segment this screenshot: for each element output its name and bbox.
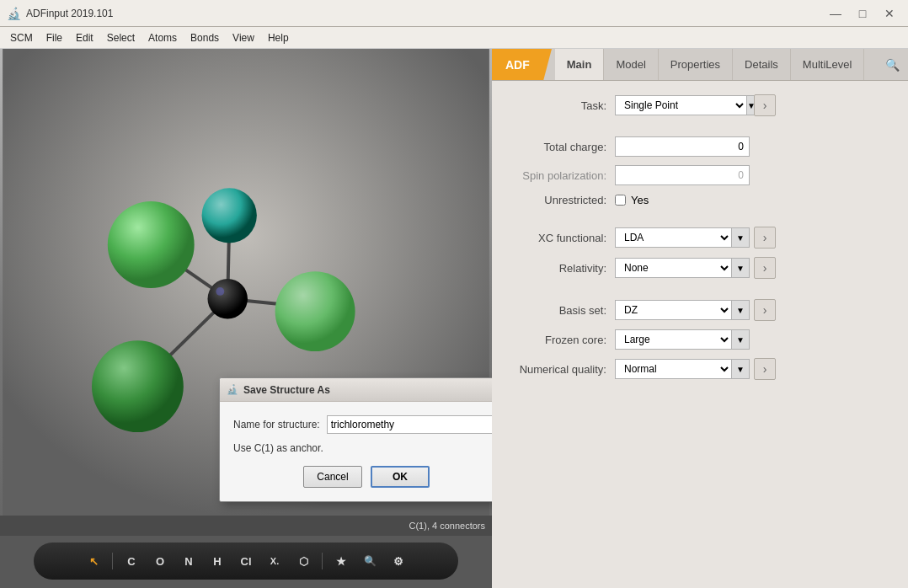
task-row: Task: Single Point Geometry Optimization… <box>505 94 895 116</box>
window-controls: — □ ✕ <box>824 3 901 24</box>
toolbar-sep-1 <box>112 553 113 569</box>
unrestricted-checkbox[interactable] <box>615 195 626 206</box>
relativity-nav-button[interactable]: › <box>754 257 776 279</box>
molecule-area[interactable]: 🔬 Save Structure As ✕ Name for structure… <box>0 49 492 516</box>
minimize-button[interactable]: — <box>824 3 847 24</box>
total-charge-row: Total charge: <box>505 136 895 157</box>
frozen-core-label: Frozen core: <box>505 334 615 346</box>
element-N-button[interactable]: N <box>177 549 200 573</box>
dialog-name-row: Name for structure: <box>233 415 492 434</box>
dialog-cancel-button[interactable]: Cancel <box>303 466 362 488</box>
app-icon: 🔬 <box>7 7 21 20</box>
tab-properties[interactable]: Properties <box>659 49 733 80</box>
basis-set-label: Basis set: <box>505 304 615 317</box>
element-X-button[interactable]: X. <box>263 549 286 573</box>
section-gap-1 <box>505 125 895 136</box>
dialog-name-input[interactable] <box>327 415 492 434</box>
ring-tool-button[interactable]: ⬡ <box>291 549 315 573</box>
spin-polarization-input[interactable] <box>615 165 750 185</box>
dialog-titlebar: 🔬 Save Structure As ✕ <box>220 378 492 402</box>
element-C-button[interactable]: C <box>120 549 143 573</box>
menu-bonds[interactable]: Bonds <box>184 29 226 46</box>
element-Cl-button[interactable]: Cl <box>234 549 258 573</box>
xc-functional-select[interactable]: LDA GGA Hybrid <box>615 227 731 248</box>
numerical-quality-nav-button[interactable]: › <box>754 358 776 380</box>
section-gap-2 <box>505 215 895 227</box>
section-gap-3 <box>505 287 895 299</box>
xc-functional-label: XC functional: <box>505 232 615 244</box>
title-bar: 🔬 ADFinput 2019.101 — □ ✕ <box>0 0 908 27</box>
total-charge-input[interactable] <box>615 136 750 157</box>
maximize-button[interactable]: □ <box>851 3 874 24</box>
tab-main[interactable]: Main <box>555 49 605 80</box>
tab-search-button[interactable]: 🔍 <box>877 49 908 80</box>
frozen-core-dropdown: None Small Large ▼ <box>615 329 750 350</box>
unrestricted-row: Unrestricted: Yes <box>505 194 895 206</box>
dialog-overlay: 🔬 Save Structure As ✕ Name for structure… <box>0 49 492 516</box>
dialog-anchor-note: Use C(1) as anchor. <box>233 442 492 454</box>
menu-select[interactable]: Select <box>100 29 142 46</box>
element-H-button[interactable]: H <box>206 549 229 573</box>
numerical-quality-row: Numerical quality: Basic Normal Good Ver… <box>505 358 895 380</box>
total-charge-label: Total charge: <box>505 141 615 153</box>
xc-functional-arrow[interactable]: ▼ <box>731 227 750 248</box>
star-tool-button[interactable]: ★ <box>329 549 353 573</box>
dialog-title: Save Structure As <box>243 384 330 396</box>
relativity-arrow[interactable]: ▼ <box>731 258 750 278</box>
toolbar-container: ↖ C O N H Cl X. ⬡ ★ 🔍 ⚙ <box>0 536 492 588</box>
close-button[interactable]: ✕ <box>878 3 901 24</box>
menu-bar: SCM File Edit Select Atoms Bonds View He… <box>0 27 908 49</box>
numerical-quality-select[interactable]: Basic Normal Good Very Good Excellent <box>615 359 731 379</box>
unrestricted-value: Yes <box>631 194 649 206</box>
toolbar-sep-2 <box>322 553 323 569</box>
spin-polarization-label: Spin polarization: <box>505 169 615 182</box>
menu-help[interactable]: Help <box>261 29 296 46</box>
menu-atoms[interactable]: Atoms <box>142 29 184 46</box>
xc-functional-dropdown: LDA GGA Hybrid ▼ <box>615 227 750 248</box>
frozen-core-select[interactable]: None Small Large <box>615 329 731 350</box>
main-layout: 🔬 Save Structure As ✕ Name for structure… <box>0 49 908 588</box>
xc-nav-button[interactable]: › <box>754 227 776 249</box>
dialog-ok-button[interactable]: OK <box>371 466 430 488</box>
basis-set-nav-button[interactable]: › <box>754 299 776 321</box>
frozen-core-row: Frozen core: None Small Large ▼ <box>505 329 895 350</box>
tab-adf[interactable]: ADF <box>492 49 543 80</box>
window-title: ADFinput 2019.101 <box>26 8 824 19</box>
frozen-core-arrow[interactable]: ▼ <box>731 329 750 350</box>
basis-set-select[interactable]: DZ DZP TZP TZ2P <box>615 300 731 320</box>
menu-edit[interactable]: Edit <box>69 29 100 46</box>
task-select[interactable]: Single Point Geometry Optimization Frequ… <box>615 95 746 115</box>
status-text: C(1), 4 connectors <box>409 521 485 531</box>
element-O-button[interactable]: O <box>148 549 172 573</box>
cursor-tool-button[interactable]: ↖ <box>82 549 105 573</box>
menu-file[interactable]: File <box>40 29 69 46</box>
tab-multilevel[interactable]: MultiLevel <box>791 49 865 80</box>
dialog-icon: 🔬 <box>227 384 238 395</box>
relativity-label: Relativity: <box>505 262 615 275</box>
tab-model[interactable]: Model <box>604 49 658 80</box>
dialog-body: Name for structure: Use C(1) as anchor. … <box>220 402 492 501</box>
search-icon: 🔍 <box>885 58 900 72</box>
numerical-quality-arrow[interactable]: ▼ <box>731 359 750 379</box>
task-nav-button[interactable]: › <box>754 94 776 116</box>
dialog-name-label: Name for structure: <box>233 419 320 430</box>
properties-area: Task: Single Point Geometry Optimization… <box>492 81 908 588</box>
settings-tool-button[interactable]: ⚙ <box>387 549 410 573</box>
right-panel: ADF Main Model Properties Details MultiL… <box>492 49 908 588</box>
basis-set-row: Basis set: DZ DZP TZP TZ2P ▼ › <box>505 299 895 321</box>
search-tool-button[interactable]: 🔍 <box>358 549 382 573</box>
tab-details[interactable]: Details <box>733 49 791 80</box>
basis-set-arrow[interactable]: ▼ <box>731 300 750 320</box>
tab-bar: ADF Main Model Properties Details MultiL… <box>492 49 908 81</box>
status-bar: C(1), 4 connectors <box>0 516 492 536</box>
save-structure-dialog: 🔬 Save Structure As ✕ Name for structure… <box>219 377 492 502</box>
menu-scm[interactable]: SCM <box>3 29 40 46</box>
relativity-row: Relativity: None Scalar Spin-Orbit ▼ › <box>505 257 895 279</box>
relativity-select[interactable]: None Scalar Spin-Orbit <box>615 258 731 278</box>
menu-view[interactable]: View <box>226 29 261 46</box>
numerical-quality-label: Numerical quality: <box>505 363 615 376</box>
dialog-buttons: Cancel OK <box>233 466 492 488</box>
bottom-toolbar: ↖ C O N H Cl X. ⬡ ★ 🔍 ⚙ <box>34 543 458 580</box>
task-dropdown: Single Point Geometry Optimization Frequ… <box>615 95 750 115</box>
xc-functional-row: XC functional: LDA GGA Hybrid ▼ › <box>505 227 895 249</box>
